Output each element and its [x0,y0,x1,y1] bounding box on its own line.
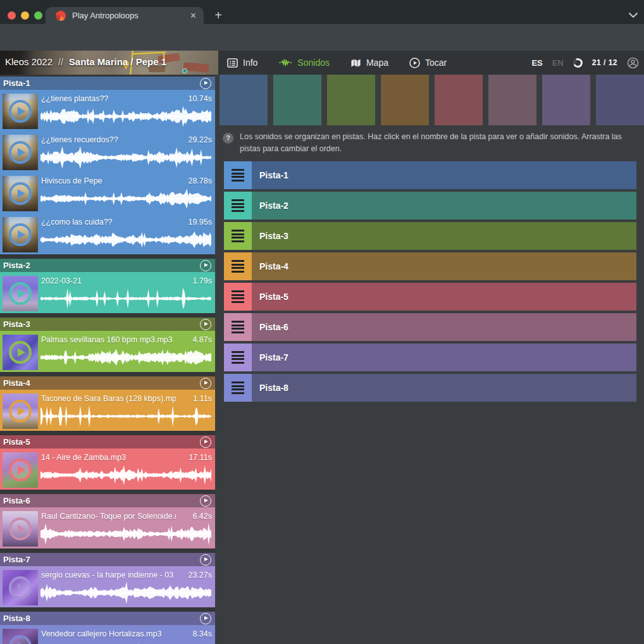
audio-clip[interactable]: 2022-03-211.79s [0,272,215,313]
lang-es-button[interactable]: ES [531,58,542,68]
clip-waveform[interactable] [40,346,211,369]
clip-waveform[interactable] [40,228,211,251]
drag-handle[interactable] [224,192,252,220]
track-header[interactable]: Pista-3 [0,318,215,331]
new-tab-button[interactable]: + [210,8,226,24]
track-header[interactable]: Pista-4 [0,376,215,390]
swatch-pista-1[interactable] [220,75,268,125]
track-name[interactable]: Pista-3 [3,319,200,329]
track-play-icon[interactable] [200,319,211,330]
tab-close-icon[interactable]: × [190,11,196,21]
track-row-pista-4[interactable]: Pista-4 [224,252,636,280]
clip-thumbnail[interactable] [3,94,38,129]
track-play-icon[interactable] [200,613,211,624]
drag-handle[interactable] [224,313,252,341]
swatch-pista-7[interactable] [542,75,590,125]
clip-thumbnail[interactable] [3,452,38,488]
audio-clip[interactable]: ¿¿como las cuida??19.95s [0,213,215,254]
track-play-icon[interactable] [200,260,211,271]
clip-thumbnail[interactable] [3,176,38,211]
track-header[interactable]: Pista-8 [0,612,215,625]
drag-handle[interactable] [224,161,252,189]
track-row-pista-7[interactable]: Pista-7 [224,344,636,371]
swatch-pista-3[interactable] [327,75,375,125]
swatch-pista-4[interactable] [381,75,429,125]
audio-clip[interactable]: 14 - Aire de Zamba.mp317.11s [0,449,215,490]
audio-clip[interactable]: sergio cuevas - la harpe indienne - 03 -… [0,566,215,607]
track-row-body[interactable]: Pista-7 [252,344,636,371]
clip-waveform[interactable] [40,464,211,486]
lang-en-button[interactable]: EN [552,58,564,68]
track-play-icon[interactable] [200,78,211,89]
track-play-icon[interactable] [200,437,211,448]
clip-waveform[interactable] [40,581,211,604]
swatch-pista-5[interactable] [435,75,483,125]
chevron-down-icon[interactable] [629,13,638,18]
breadcrumb-project[interactable]: Kleos 2022 [5,56,53,67]
audio-clip[interactable]: Palmas sevillanas 160 bpm mp3.mp34.87s [0,331,215,372]
clip-thumbnail[interactable] [3,335,38,370]
clip-thumbnail[interactable] [3,135,38,170]
audio-clip[interactable]: Hiviscus de Pepe28.78s [0,172,215,213]
nav-tocar[interactable]: Tocar [409,58,447,68]
clip-waveform[interactable] [40,105,211,128]
track-name[interactable]: Pista-2 [3,261,200,270]
track-name[interactable]: Pista-4 [3,378,200,388]
drag-handle[interactable] [224,374,252,402]
clip-thumbnail[interactable] [3,570,38,605]
track-row-body[interactable]: Pista-2 [252,192,636,220]
track-row-pista-5[interactable]: Pista-5 [224,283,636,311]
clip-waveform[interactable] [40,523,211,545]
browser-tab[interactable]: Play Antropoloops × [46,7,204,24]
track-header[interactable]: Pista-5 [0,435,215,449]
swatch-pista-8[interactable] [596,75,644,125]
window-zoom-button[interactable] [34,11,42,20]
track-row-pista-3[interactable]: Pista-3 [224,222,636,250]
clip-thumbnail[interactable] [3,629,38,644]
window-minimize-button[interactable] [21,11,29,20]
drag-handle[interactable] [224,344,252,371]
audio-clip[interactable]: ¿¿tienes recuerdos??29.22s [0,131,215,172]
account-icon[interactable] [627,57,639,69]
audio-clip[interactable]: Vendedor callejero Hortalizas.mp38.34s [0,625,215,644]
clip-thumbnail[interactable] [3,393,38,429]
track-row-body[interactable]: Pista-8 [252,374,636,402]
track-row-pista-6[interactable]: Pista-6 [224,313,636,341]
clip-waveform[interactable] [40,640,211,644]
track-row-pista-1[interactable]: Pista-1 [224,161,636,189]
audio-clip[interactable]: Taconeo de Sara Baras (128 kbps).mp31.11… [0,390,215,431]
track-row-body[interactable]: Pista-5 [252,283,636,311]
drag-handle[interactable] [224,252,252,280]
track-row-body[interactable]: Pista-6 [252,313,636,341]
clip-waveform[interactable] [40,405,211,428]
audio-clip[interactable]: Raul Cantizano- Toque por Solenoide.mp36… [0,507,215,548]
track-name[interactable]: Pista-7 [3,555,200,564]
track-row-pista-2[interactable]: Pista-2 [224,192,636,220]
swatch-pista-6[interactable] [488,75,536,125]
track-name[interactable]: Pista-1 [3,78,200,88]
clip-thumbnail[interactable] [3,217,38,252]
track-name[interactable]: Pista-8 [3,614,200,623]
track-header[interactable]: Pista-2 [0,259,215,272]
drag-handle[interactable] [224,222,252,250]
track-row-body[interactable]: Pista-1 [252,161,636,189]
track-name[interactable]: Pista-6 [3,496,200,505]
track-header[interactable]: Pista-7 [0,553,215,566]
clip-thumbnail[interactable] [3,276,38,311]
swatch-pista-2[interactable] [273,75,321,125]
track-row-pista-8[interactable]: Pista-8 [224,374,636,402]
remix-cover-map[interactable]: Kleos 2022 // Santa Marina / Pepe 1 [0,51,218,75]
track-row-body[interactable]: Pista-3 [252,222,636,250]
track-header[interactable]: Pista-6 [0,494,215,507]
track-play-icon[interactable] [200,554,211,566]
audio-clip[interactable]: ¿¿tienes plantas??10.74s [0,90,215,131]
track-header[interactable]: Pista-1 [0,77,215,90]
window-close-button[interactable] [8,11,16,20]
nav-mapa[interactable]: Mapa [350,58,388,68]
clip-waveform[interactable] [40,146,211,169]
nav-sonidos[interactable]: Sonidos [278,58,330,68]
clip-waveform[interactable] [40,287,211,310]
track-play-icon[interactable] [200,495,211,507]
clip-thumbnail[interactable] [3,511,38,547]
track-row-body[interactable]: Pista-4 [252,252,636,280]
